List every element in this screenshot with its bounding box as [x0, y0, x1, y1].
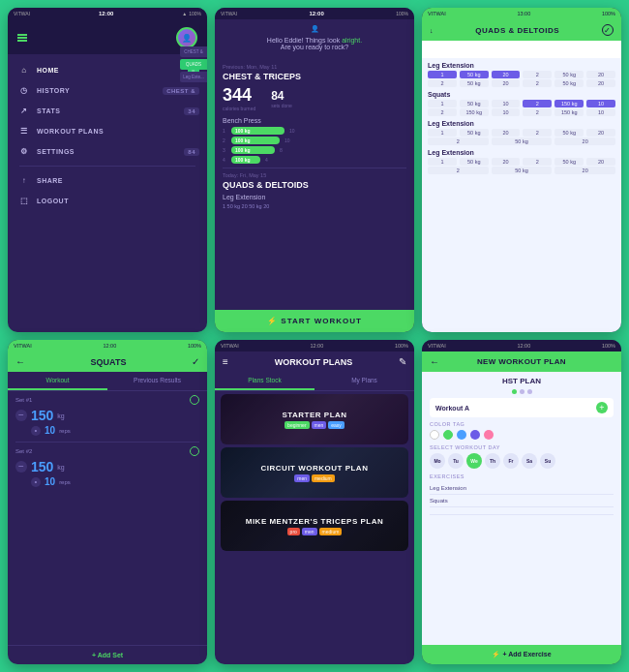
timer-icon[interactable]: ⏱ [580, 46, 586, 53]
back-icon[interactable]: ← [15, 356, 25, 367]
menu-item-home[interactable]: ⌂ HOME ≡ [8, 60, 207, 80]
day-sa[interactable]: Sa [522, 453, 537, 469]
weight-unit-1: kg [57, 412, 64, 419]
menu-item-share[interactable]: ↑ SHARE [8, 170, 207, 191]
time-6: 12:00 [517, 343, 530, 349]
menu-divider [19, 166, 195, 167]
ex-cell: 20 [492, 129, 521, 137]
tab-previous-results[interactable]: Previous Results [107, 372, 207, 390]
color-dot-white[interactable] [430, 430, 439, 440]
menu-item-history[interactable]: ◷ HISTORY CHEST & [8, 80, 207, 101]
ex-cell: 10 [492, 100, 521, 107]
color-dot-pink[interactable] [484, 430, 494, 440]
ex-row-2-2: 2 150 kg 10 2 150 kg 10 [428, 108, 615, 116]
minus-reps-1[interactable]: • [31, 426, 41, 436]
ex-cell: 1 [428, 129, 457, 137]
tab-plans-stock[interactable]: Plans Stock [215, 372, 314, 390]
menu-settings-badge: 84 [184, 148, 199, 156]
color-dot-blue[interactable] [457, 430, 466, 440]
menu-history-badge: CHEST & [163, 87, 199, 95]
ex-cell: 2 [523, 79, 552, 87]
plan-card-circuit[interactable]: CIRCUIT WORKOUT PLAN men medium [221, 447, 408, 498]
add-workout-button[interactable]: + [596, 402, 608, 413]
exercise-section-2: Squats 1 50 kg 10 2 150 kg 10 2 150 kg 1… [428, 91, 615, 116]
plan-tags-starter: beginner men easy [282, 421, 346, 429]
minus-reps-2[interactable]: • [31, 477, 41, 487]
minus-button-1[interactable]: − [15, 410, 27, 421]
s6-content: HST PLAN Workout A + COLOR TAG SELECT WO… [422, 372, 621, 645]
settings-icon: ⚙ [19, 147, 29, 156]
plan-overlay-circuit: CIRCUIT WORKOUT PLAN men medium [261, 464, 369, 482]
hamburger-5-icon[interactable]: ≡ [223, 356, 228, 367]
avatar[interactable]: 👤 [176, 27, 197, 48]
hamburger-icon[interactable] [17, 34, 27, 42]
day-mo[interactable]: Mo [430, 453, 445, 469]
check-circle-icon[interactable]: ✓ [602, 24, 614, 36]
signal-1: ▲ [182, 11, 187, 16]
exercise-item-2: Squats [430, 495, 614, 507]
set-header-1: Set #1 [15, 395, 199, 405]
tab-my-plans[interactable]: My Plans [314, 372, 414, 390]
exercise-name: Bench Press [223, 117, 406, 124]
minus-button-2[interactable]: − [15, 461, 27, 473]
start-icon: ⚡ [267, 317, 278, 325]
carrier-3: VITWAI [428, 11, 446, 16]
status-bar-3: VITWAI 13:00 100% [422, 8, 621, 19]
ex-cell: 2 [523, 100, 552, 107]
menu-header: 👤 [8, 19, 207, 54]
section-date-1: Previous: Mon, May 11 [223, 64, 406, 70]
reps-value-1: 10 [45, 425, 55, 436]
day-th[interactable]: Th [485, 453, 500, 469]
edit-icon[interactable]: ✎ [399, 356, 406, 367]
refresh-icon[interactable]: ⇄ [519, 46, 524, 53]
ex-cell: 2 [428, 108, 457, 116]
reps-row-2: • 10 reps [31, 476, 199, 487]
screen-squats: VITWAI 12:00 100% ← SQUATS ✓ Workout Pre… [8, 340, 207, 664]
stat-calories: 344 [223, 85, 255, 106]
menu-item-plans[interactable]: ☰ WORKOUT PLANS [8, 121, 207, 141]
avatar-2[interactable]: 👤 [223, 25, 406, 33]
add-set-button[interactable]: + Add Set [8, 645, 207, 664]
side-labels: CHEST & QUADS Leg Exte... [180, 46, 207, 82]
ex-cell: 20 [586, 158, 615, 166]
weight-value-1: 150 [31, 408, 53, 423]
ex-cell: 2 [523, 71, 552, 78]
status-bar-6: VITWAI 12:00 100% [422, 340, 621, 351]
menu-item-stats[interactable]: ↗ STATS 34 [8, 101, 207, 121]
menu-item-settings[interactable]: ⚙ SETTINGS 84 [8, 141, 207, 162]
side-label-2: QUADS [180, 59, 207, 70]
exercise-section-3: Leg Extension 1 50 kg 20 2 50 kg 20 2 50… [428, 120, 615, 145]
workout-name: Workout A [435, 405, 469, 412]
screen-new-plan: VITWAI 12:00 100% ← NEW WORKOUT PLAN HST… [422, 340, 621, 664]
indicators-1: ▲ 100% [182, 11, 201, 16]
menu-item-logout[interactable]: ⬚ LOGOUT [8, 191, 207, 211]
plan-card-mentzer[interactable]: MIKE MENTZER'S TRICEPS PLAN pro men medi… [221, 501, 408, 551]
back-icon-6[interactable]: ← [430, 356, 439, 367]
status-bar-1: VITWAI 12:00 ▲ 100% [8, 8, 207, 19]
day-fr[interactable]: Fr [503, 453, 519, 469]
s3-icons: 🗑 ⇄ ⏱ [422, 41, 621, 58]
circle-check-2[interactable] [190, 446, 199, 456]
ex-title-4: Leg Extension [428, 149, 615, 156]
start-workout-button[interactable]: ⚡ START WORKOUT [215, 310, 414, 332]
color-dot-purple[interactable] [470, 430, 480, 440]
indicators-6: 100% [602, 343, 615, 349]
delete-icon[interactable]: 🗑 [457, 46, 464, 53]
add-exercise-icon: ⚡ [492, 651, 500, 657]
back-arrow-icon[interactable]: ↓ [430, 27, 434, 34]
day-tu[interactable]: Tu [448, 453, 464, 469]
tab-workout[interactable]: Workout [8, 372, 107, 390]
menu-stats-badge: 34 [184, 107, 199, 115]
circle-check-1[interactable] [190, 395, 199, 405]
s5-title: WORKOUT PLANS [275, 357, 353, 367]
color-dot-green[interactable] [443, 430, 453, 440]
start-label: START WORKOUT [281, 317, 362, 325]
ex-cell: 150 kg [554, 100, 584, 107]
ex-cell: 1 [428, 71, 457, 78]
add-exercise-button[interactable]: ⚡ + Add Exercise [422, 645, 621, 664]
day-we[interactable]: We [466, 453, 482, 469]
stat-sets: 84 [271, 89, 292, 103]
plan-card-starter[interactable]: STARTER PLAN beginner men easy [221, 394, 408, 444]
day-su[interactable]: Su [540, 453, 555, 469]
check-icon[interactable]: ✓ [192, 356, 199, 367]
